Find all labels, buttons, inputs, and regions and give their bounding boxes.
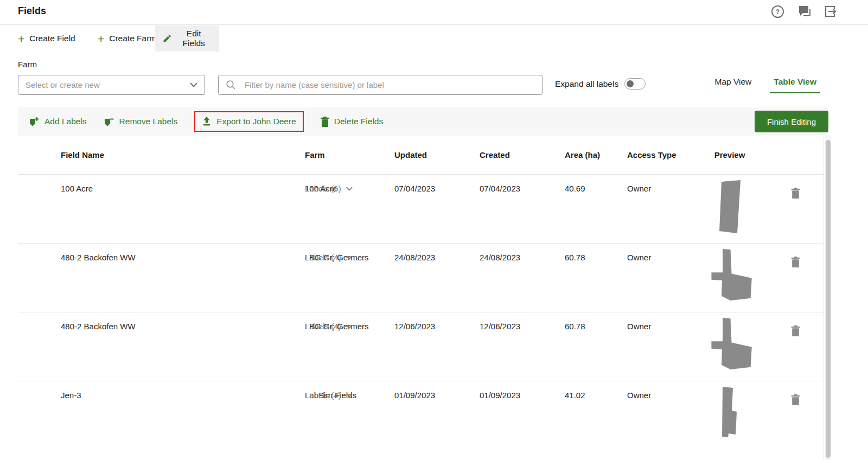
actions-row: + Create Field + Create Farm Edit Fields: [0, 25, 868, 52]
remove-label-icon: [104, 116, 114, 127]
create-farm-button[interactable]: + Create Farm: [90, 25, 164, 52]
field-name: 480-2 Backofen WW: [61, 322, 136, 331]
search-icon: [226, 80, 236, 90]
field-area: 40.69: [565, 184, 585, 193]
sign-out-icon: [824, 4, 838, 18]
column-header-updated: Updated: [394, 150, 427, 159]
expand-all-labels-label: Expand all labels: [555, 79, 618, 89]
labels-count-label: Labels (4): [305, 253, 341, 262]
fields-page: Fields ?: [0, 0, 868, 460]
labels-count-label: Labels (6): [305, 184, 341, 193]
export-to-john-deere-button[interactable]: Export to John Deere: [202, 117, 296, 126]
chevron-down-icon: [346, 255, 353, 260]
column-header-field-name: Field Name: [61, 150, 104, 159]
delete-row-button[interactable]: [791, 325, 800, 338]
field-name: 480-2 Backofen WW: [61, 253, 136, 262]
filter-search-box: [218, 75, 542, 95]
field-access-type: Owner: [627, 184, 651, 193]
create-farm-label: Create Farm: [109, 34, 156, 43]
labels-expander[interactable]: Labels (4): [305, 253, 353, 262]
delete-fields-label: Delete Fields: [334, 117, 383, 126]
toggle-knob: [627, 80, 634, 87]
top-bar: Fields ?: [0, 0, 868, 25]
tab-table-view[interactable]: Table View: [770, 77, 820, 93]
labels-expander[interactable]: Labels (4): [305, 322, 353, 331]
table-row: 100 Acre 100 Acre 07/04/2023 07/04/2023 …: [18, 175, 824, 244]
topbar-icons: ?: [770, 4, 838, 18]
filter-input[interactable]: [244, 80, 535, 90]
delete-row-button[interactable]: [791, 257, 800, 269]
chat-bubble-icon: [797, 4, 811, 18]
finish-editing-button[interactable]: Finish Editing: [755, 111, 828, 132]
field-preview-shape: [705, 249, 755, 301]
edit-fields-button[interactable]: Edit Fields: [155, 25, 219, 52]
field-created: 07/04/2023: [480, 184, 520, 193]
table-header-row: Field Name Farm Updated Created Area (ha…: [18, 136, 824, 175]
trash-icon: [791, 394, 800, 405]
field-access-type: Owner: [627, 391, 651, 400]
edit-fields-label: Edit Fields: [176, 29, 212, 48]
field-preview-shape: [721, 387, 738, 438]
fields-table: Field Name Farm Updated Created Area (ha…: [18, 136, 824, 450]
page-title: Fields: [18, 5, 46, 17]
vertical-scrollbar[interactable]: [825, 136, 831, 460]
table-row: Jen-3 LabSim Fields 01/09/2023 01/09/202…: [18, 381, 824, 450]
farm-select-value: Select or create new: [25, 80, 100, 90]
feedback-button[interactable]: [797, 4, 811, 18]
column-header-preview: Preview: [697, 150, 762, 159]
field-name: 100 Acre: [61, 184, 93, 193]
field-access-type: Owner: [627, 322, 651, 331]
help-button[interactable]: ?: [770, 4, 784, 18]
trash-icon: [791, 257, 800, 267]
bulk-actions-toolbar: Add Labels Remove Labels Export to John …: [18, 107, 828, 136]
labels-expander[interactable]: Labels (6): [305, 184, 353, 193]
farm-select[interactable]: Select or create new: [18, 75, 205, 95]
plus-icon: +: [98, 33, 104, 44]
chevron-down-icon: [346, 324, 353, 329]
field-name: Jen-3: [61, 391, 81, 400]
sign-out-button[interactable]: [824, 4, 838, 18]
field-area: 41.02: [565, 391, 585, 400]
delete-fields-button[interactable]: Delete Fields: [321, 117, 383, 127]
remove-labels-label: Remove Labels: [119, 117, 178, 126]
add-label-icon: [29, 116, 40, 127]
labels-count-label: Labels (4): [305, 391, 341, 400]
expand-labels-toggle[interactable]: [624, 78, 646, 90]
column-header-access-type: Access Type: [627, 150, 676, 159]
delete-row-button[interactable]: [791, 188, 800, 200]
chevron-down-icon: [346, 393, 353, 398]
labels-count-label: Labels (4): [305, 322, 341, 331]
chevron-down-icon: [190, 82, 197, 87]
table-row: 480-2 Backofen WW LBG Gr; Germers 12/06/…: [18, 312, 824, 381]
scrollbar-thumb[interactable]: [826, 140, 831, 458]
table-row: 480-2 Backofen WW LBG Gr; Germers 24/08/…: [18, 244, 824, 312]
create-field-label: Create Field: [29, 34, 75, 43]
plus-icon: +: [18, 33, 24, 44]
field-updated: 01/09/2023: [394, 391, 435, 400]
field-preview-shape: [716, 180, 744, 234]
field-created: 01/09/2023: [480, 391, 520, 400]
trash-icon: [791, 188, 800, 199]
add-labels-label: Add Labels: [44, 117, 87, 126]
field-updated: 07/04/2023: [394, 184, 435, 193]
upload-icon: [202, 117, 212, 126]
trash-icon: [791, 325, 800, 336]
field-area: 60.78: [565, 253, 585, 262]
remove-labels-button[interactable]: Remove Labels: [104, 116, 178, 127]
view-tabs: Map View Table View: [711, 77, 820, 93]
field-updated: 24/08/2023: [394, 253, 435, 262]
column-header-created: Created: [480, 150, 510, 159]
field-created: 12/06/2023: [480, 322, 520, 331]
delete-row-button[interactable]: [791, 394, 800, 407]
tab-map-view[interactable]: Map View: [711, 77, 756, 93]
labels-expander[interactable]: Labels (4): [305, 391, 353, 400]
add-labels-button[interactable]: Add Labels: [29, 116, 87, 127]
farm-label: Farm: [18, 60, 37, 69]
help-circle-icon: ?: [771, 5, 784, 18]
create-field-button[interactable]: + Create Field: [10, 25, 83, 52]
column-header-farm: Farm: [305, 150, 325, 159]
column-header-area: Area (ha): [565, 150, 600, 159]
export-highlight-annotation: Export to John Deere: [194, 111, 303, 132]
export-label: Export to John Deere: [216, 117, 296, 126]
chevron-down-icon: [346, 187, 353, 191]
